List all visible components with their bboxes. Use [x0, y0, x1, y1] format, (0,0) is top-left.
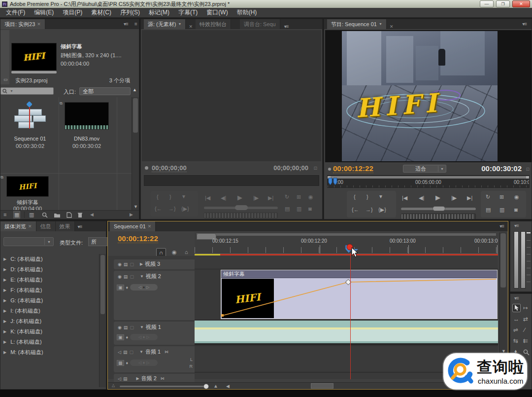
step-forward-button[interactable]: |▶ [253, 195, 259, 201]
slip-tool[interactable]: ⇆ [513, 337, 518, 344]
search-dropdown-icon[interactable]: ▼ [10, 89, 13, 93]
mark-out-button[interactable]: } [169, 194, 171, 200]
drive-item-e[interactable]: ▶E: (本机磁盘) [0, 275, 99, 285]
toggle-track-output-icon[interactable]: ◉ [118, 274, 122, 279]
step-back-button[interactable]: ◀| [221, 195, 226, 201]
sync-lock-icon[interactable]: ▢ [129, 350, 133, 355]
toggle-track-output-icon[interactable]: ◉ [118, 262, 122, 267]
lift-button[interactable]: ▤ [486, 207, 491, 213]
track-lock-icon[interactable]: ▤ [124, 325, 128, 330]
track-v1-content[interactable] [195, 320, 498, 345]
clip-video1[interactable] [195, 321, 498, 343]
sync-lock-icon[interactable]: ▢ [130, 325, 134, 330]
menu-window[interactable]: 窗口(W) [202, 8, 232, 17]
step-back-button[interactable]: ◀| [419, 195, 424, 201]
source-current-time[interactable]: 00;00;00;00 [152, 164, 187, 172]
mini-playhead-icon[interactable] [328, 178, 338, 185]
mark-in-button[interactable]: { [157, 194, 159, 200]
marker-button[interactable]: ▼ [378, 194, 383, 199]
set-display-style-icon[interactable]: ▣ [117, 285, 124, 290]
tab-info[interactable]: 信息 [36, 221, 56, 231]
mark-in-button[interactable]: { [354, 194, 356, 200]
drive-item-l[interactable]: ▶L: (本机磁盘) [0, 337, 99, 347]
project-item-title[interactable]: ⧉ HIFI 倾斜字幕 00:00:04:00 [1, 175, 57, 210]
zoom-out-icon[interactable]: △ [112, 383, 115, 388]
next-keyframe-icon[interactable]: ▷ [146, 285, 149, 289]
show-keyframes-icon[interactable]: ♦ [126, 335, 129, 340]
shuttle-slider[interactable] [401, 208, 476, 210]
track-lock-icon[interactable]: ▤ [123, 376, 128, 381]
play-in-out-button[interactable]: {▶} [378, 207, 386, 213]
project-item-movie[interactable]: ⧉ DN83.mov 00:00:30:02 [61, 101, 116, 170]
rolling-edit-tool[interactable]: ⇄ [523, 316, 528, 323]
menu-help[interactable]: 帮助(H) [233, 8, 261, 17]
expand-arrow-icon[interactable]: ▶ [0, 298, 6, 303]
work-area-bar[interactable] [328, 176, 529, 179]
file-type-dropdown[interactable]: 所 [88, 237, 108, 246]
panel-menu-icon[interactable]: ▾≡ [514, 295, 519, 301]
browser-path-dropdown[interactable]: ▼ [3, 237, 54, 246]
safe-margins-button[interactable]: ⊞ [499, 194, 504, 200]
close-icon[interactable]: ✕ [148, 221, 152, 231]
export-frame-button[interactable]: ◙ [308, 206, 312, 212]
tab-source[interactable]: 源: (无素材) ▼ [144, 19, 186, 29]
expand-arrow-icon[interactable]: ▶ [0, 329, 6, 334]
play-in-out-button[interactable]: {▶} [181, 206, 189, 212]
chevron-down-icon[interactable]: ▼ [178, 19, 181, 29]
set-display-style-icon[interactable]: ▣ [117, 334, 124, 340]
list-view-icon[interactable]: ≡ [3, 212, 6, 217]
safe-margins-button[interactable]: ⊞ [297, 194, 301, 200]
drive-item-g[interactable]: ▶G: (本机磁盘) [0, 295, 99, 306]
track-lock-icon[interactable]: ▤ [124, 274, 128, 279]
extract-button[interactable]: ▥ [499, 207, 504, 213]
expand-arrow-icon[interactable]: ▶ [0, 350, 6, 355]
hscroll-left-icon[interactable]: ◀ [90, 212, 94, 217]
delete-icon[interactable] [77, 212, 83, 218]
menu-edit[interactable]: 编辑(E) [30, 8, 58, 17]
encore-chapter-marker-button[interactable]: ◉ [172, 249, 177, 255]
step-forward-button[interactable]: |▶ [451, 195, 457, 201]
drive-item-f[interactable]: ▶F: (本机磁盘) [0, 285, 99, 295]
razor-tool[interactable]: ∕ [524, 326, 525, 333]
track-header-video3[interactable]: ◉ ▤ ▢ ▶ 视频 3 [114, 259, 195, 269]
preview-thumbnail[interactable]: 倾斜字幕 HIFI [11, 43, 57, 71]
goto-previous-edit-button[interactable]: |◀ [205, 195, 210, 201]
track-header-audio1[interactable]: ◁ ▤ ▢ ▼ 音频 1 ⋈ ▦ ♦ ◁♦▷ L R [114, 346, 195, 372]
play-button[interactable]: ▶ [237, 194, 242, 201]
menu-title[interactable]: 字幕(T) [174, 8, 201, 17]
panel-menu-icon[interactable]: ▾≡ [78, 224, 82, 229]
program-current-time[interactable]: 00:00:12:22 [333, 164, 373, 173]
overlay-button[interactable]: ▥ [297, 206, 301, 212]
panel-menu-icon[interactable]: ▾≡ [514, 223, 519, 228]
drive-item-c[interactable]: ▶C: (本机磁盘) [0, 254, 99, 264]
track-v3-content[interactable] [195, 256, 498, 269]
goto-out-button[interactable]: →} [168, 206, 176, 212]
sync-lock-icon[interactable]: ▢ [130, 274, 134, 279]
tab-audio-mixer[interactable]: 调音台: Sequ [240, 19, 280, 29]
mark-out-button[interactable]: } [366, 194, 368, 200]
goto-in-button[interactable]: {← [352, 207, 359, 213]
restore-button[interactable]: ❐ [496, 0, 510, 7]
hscroll-thumb[interactable] [311, 383, 333, 389]
goto-in-button[interactable]: {← [155, 206, 162, 212]
show-clip-keyframes-icon[interactable]: ⋈ [165, 350, 168, 354]
collapse-icon[interactable]: ▶ [136, 376, 139, 381]
zoom-in-icon[interactable]: ▲ [213, 383, 218, 389]
goto-previous-edit-button[interactable]: |◀ [402, 195, 407, 201]
show-clip-keyframes-icon[interactable]: ⋈ [161, 376, 165, 381]
goto-next-edit-button[interactable]: ▶| [268, 195, 273, 201]
selection-tool[interactable] [512, 304, 521, 312]
close-icon[interactable]: ✕ [390, 24, 394, 29]
tab-program[interactable]: 节目: Sequence 01 ▼ [327, 19, 387, 29]
menu-marker[interactable]: 标记(M) [145, 8, 173, 17]
output-button[interactable]: ◉ [308, 194, 313, 200]
close-icon[interactable]: ✕ [189, 24, 193, 29]
close-icon[interactable]: ✕ [28, 221, 32, 231]
show-keyframes-icon[interactable]: ♦ [126, 285, 129, 290]
entry-dropdown[interactable]: 全部 [79, 87, 131, 95]
scroll-up-icon[interactable]: ▲ [133, 87, 137, 92]
insert-button[interactable]: ▤ [285, 206, 290, 212]
shuttle-slider[interactable] [204, 207, 278, 209]
expand-arrow-icon[interactable]: ▶ [0, 288, 6, 292]
show-keyframes-icon[interactable]: ♦ [126, 361, 129, 365]
